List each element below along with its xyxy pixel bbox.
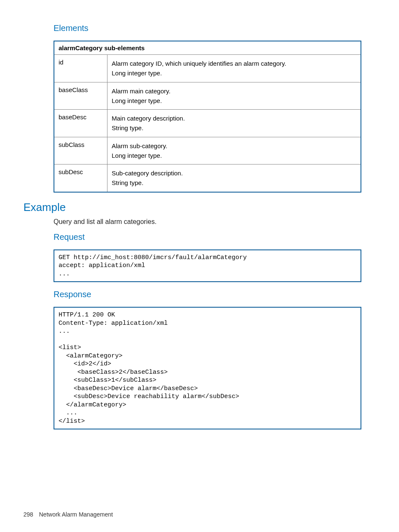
table-row: subDesc Sub-category description. String… xyxy=(54,164,361,192)
desc-line: Long integer type. xyxy=(112,96,356,105)
page-footer: 298 Network Alarm Management xyxy=(23,511,113,518)
desc-line: Alarm sub-category. xyxy=(112,141,356,151)
row-key: subClass xyxy=(54,137,107,164)
table-row: baseClass Alarm main category. Long inte… xyxy=(54,82,361,110)
row-key: subDesc xyxy=(54,164,107,192)
row-key: baseDesc xyxy=(54,110,107,137)
desc-line: Sub-category description. xyxy=(112,168,356,178)
desc-line: Long integer type. xyxy=(112,151,356,160)
row-key: baseClass xyxy=(54,82,107,110)
desc-line: String type. xyxy=(112,123,356,133)
row-desc: Sub-category description. String type. xyxy=(107,164,361,192)
table-row: id Alarm category ID, which uniquely ide… xyxy=(54,55,361,82)
table-row: baseDesc Main category description. Stri… xyxy=(54,110,361,137)
desc-line: Alarm category ID, which uniquely identi… xyxy=(112,59,356,68)
page-number: 298 xyxy=(23,511,33,518)
elements-table: alarmCategory sub-elements id Alarm cate… xyxy=(54,41,361,193)
row-key: id xyxy=(54,55,107,82)
row-desc: Alarm main category. Long integer type. xyxy=(107,82,361,110)
example-intro: Query and list all alarm categories. xyxy=(54,218,361,226)
desc-line: String type. xyxy=(112,178,356,188)
row-desc: Main category description. String type. xyxy=(107,110,361,137)
desc-line: Long integer type. xyxy=(112,68,356,78)
footer-section: Network Alarm Management xyxy=(39,511,113,518)
row-desc: Alarm category ID, which uniquely identi… xyxy=(107,55,361,82)
desc-line: Main category description. xyxy=(112,113,356,123)
response-heading: Response xyxy=(54,290,361,299)
response-code-block: HTTP/1.1 200 OK Content-Type: applicatio… xyxy=(54,307,361,429)
request-heading: Request xyxy=(54,232,361,242)
table-row: subClass Alarm sub-category. Long intege… xyxy=(54,137,361,164)
table-header: alarmCategory sub-elements xyxy=(54,41,361,55)
request-code-block: GET http://imc_host:8080/imcrs/fault/ala… xyxy=(54,249,361,283)
desc-line: Alarm main category. xyxy=(112,86,356,96)
row-desc: Alarm sub-category. Long integer type. xyxy=(107,137,361,164)
elements-heading: Elements xyxy=(54,23,361,33)
example-heading: Example xyxy=(23,201,361,214)
